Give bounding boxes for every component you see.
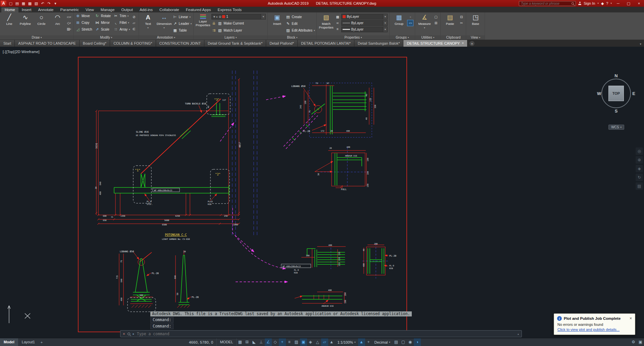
search-icon[interactable] (128, 333, 130, 335)
model-space[interactable]: TURN BUCKLE Ø16"3"11746SLING Ø16DI PROTE… (0, 47, 644, 338)
help-caret-icon[interactable]: ▾ (610, 2, 612, 5)
create-block-button[interactable]: ▤Create (286, 14, 315, 20)
linetype-select[interactable]: ByLayer▼ (341, 20, 388, 26)
base-button[interactable]: ◳Base (468, 13, 483, 26)
plot-details-link[interactable]: Click to view plot and publish details..… (557, 328, 632, 332)
edit-attributes-button[interactable]: ▨Edit Attributes▾ (286, 27, 315, 34)
command-input-bar[interactable]: ✕ ▸ ▴ (120, 330, 522, 337)
chevron-down-icon[interactable]: ▼ (383, 20, 388, 26)
redo-icon[interactable]: ↷ (46, 1, 52, 6)
model-tab[interactable]: Model (0, 338, 18, 346)
paste-button[interactable]: ▤Paste (442, 13, 457, 26)
annotation-scale-button[interactable]: 1:1/100%▾ (335, 340, 358, 344)
line-button[interactable]: ╱Line (2, 13, 17, 26)
stretch-button[interactable]: ◿Stretch (76, 26, 92, 33)
navigation-wheel-icon[interactable]: ◎ (636, 147, 643, 155)
new-layout-button[interactable]: + (39, 340, 45, 344)
save-file-icon[interactable]: ▦ (20, 1, 27, 6)
file-tab[interactable]: DETAIL POTONGAN LANTAI*× (298, 40, 354, 47)
linetype-icon[interactable]: ≂ (335, 20, 340, 26)
lineweight-icon[interactable]: ≡ (335, 26, 340, 32)
rotate-button[interactable]: ↻Rotate (95, 13, 111, 19)
panel-title-utilities[interactable]: Utilities▾ (415, 35, 440, 40)
lineweight-select[interactable]: ByLayer▼ (341, 27, 388, 32)
graphics-performance-icon[interactable]: ◑ (414, 338, 421, 346)
insert-button[interactable]: ▣Insert (269, 13, 285, 26)
measure-button[interactable]: ∡Measure▾ (417, 13, 432, 30)
fillet-button[interactable]: ◟Fillet▾ (113, 19, 130, 26)
orbit-icon[interactable]: ↻ (636, 174, 643, 181)
file-tab[interactable]: Detail Sambungan Balok*× (354, 40, 403, 47)
dynamic-input-icon[interactable]: ▱ (321, 338, 328, 346)
panel-title-view[interactable]: View▾ (466, 35, 485, 40)
panel-title-groups[interactable]: Groups▾ (390, 35, 415, 40)
annotation-visibility-icon[interactable]: ▲ (358, 338, 365, 346)
ribbon-tab[interactable]: Manage (97, 7, 118, 12)
file-tab[interactable]: Board Ceiling*× (80, 40, 110, 47)
layout1-tab[interactable]: Layout1 (18, 338, 39, 346)
autoscale-icon[interactable]: + (365, 338, 372, 346)
ribbon-tab[interactable]: Annotate (35, 7, 57, 12)
file-tab[interactable]: ASPHALT ROAD TO LANDSCAPE× (15, 40, 80, 47)
file-tab[interactable]: CONSTRUCTION JOINT× (156, 40, 204, 47)
quick-properties-icon[interactable]: ▤ (393, 338, 400, 346)
chevron-down-icon[interactable]: ▼ (261, 14, 265, 19)
ribbon-tab[interactable]: Featured Apps (183, 7, 214, 12)
dynamic-ucs-icon[interactable]: △ (314, 338, 321, 346)
trim-button[interactable]: ✂Trim▾ (113, 13, 130, 19)
zoom-extents-icon[interactable]: ◈ (636, 165, 643, 172)
match-layer-button[interactable]: ⇉▧Match Layer (211, 27, 266, 34)
autocad-logo-icon[interactable]: A (1, 1, 6, 6)
panel-title-draw[interactable]: Draw▾ (0, 35, 73, 40)
compass-south[interactable]: S (615, 109, 618, 114)
search-icon[interactable] (572, 2, 574, 5)
quick-select-icon[interactable]: ▢ (433, 14, 439, 20)
collapse-icon[interactable]: ▴ (517, 332, 519, 336)
color-select[interactable]: ByLayer▼ (341, 14, 388, 19)
lineweight-display-icon[interactable]: ≡ (286, 338, 293, 346)
layer-properties-button[interactable]: Layer Properties (195, 13, 210, 27)
plot-icon[interactable]: ▧ (33, 1, 39, 6)
command-window[interactable]: Autodesk DWG. This file is a TrustedDWG … (120, 311, 522, 337)
search-box[interactable] (519, 1, 576, 6)
viewcube[interactable]: N S W E TOP (597, 74, 635, 113)
cut-clip-icon[interactable]: ✂ (458, 20, 464, 26)
ungroup-icon[interactable]: ▫ (407, 14, 413, 20)
minimize-button[interactable]: ─ (614, 1, 622, 5)
polyline-button[interactable]: ∿Polyline (18, 13, 33, 26)
panel-title-properties[interactable]: Properties▾ (317, 35, 389, 40)
save-as-icon[interactable]: ▩ (27, 1, 33, 6)
isometric-drafting-icon[interactable]: ◇ (272, 338, 279, 346)
table-button[interactable]: ▦Table (173, 27, 192, 34)
units-button[interactable]: Decimal▾ (372, 340, 393, 344)
circle-button[interactable]: ○Circle (34, 13, 49, 26)
copy-button[interactable]: ⊞Copy (76, 19, 92, 26)
tab-overflow-icon[interactable]: ▾ (637, 42, 644, 47)
wcs-selector[interactable]: WCS▾ (608, 125, 624, 130)
help-button[interactable]: ? (606, 1, 608, 5)
grid-icon[interactable]: ▦ (237, 338, 244, 346)
file-tab[interactable]: Detail Ground Tank & Septiktank*× (204, 40, 266, 47)
close-icon[interactable]: ✕ (123, 332, 125, 336)
lock-ui-icon[interactable]: ▢ (400, 338, 407, 346)
chevron-down-icon[interactable]: ▼ (383, 14, 388, 19)
visual-style-control[interactable]: [2D Wireframe] (15, 50, 40, 54)
ribbon-tab[interactable]: Home (1, 7, 18, 12)
new-file-icon[interactable]: ▢ (8, 1, 14, 6)
hatch-tool-icon[interactable]: ▨▾ (66, 26, 72, 32)
rectangle-tool-icon[interactable]: ▭▾ (66, 14, 72, 20)
panel-title-annotation[interactable]: Annotation▾ (139, 35, 194, 40)
make-current-button[interactable]: ⇊▥Make Current (211, 20, 266, 27)
compass-west[interactable]: W (597, 91, 601, 96)
ortho-mode-icon[interactable]: ⊥ (258, 338, 265, 346)
scale-button[interactable]: ⇗Scale (95, 26, 111, 33)
group-button[interactable]: ▦Group (391, 13, 406, 26)
panel-title-layers[interactable]: Layers▾ (194, 35, 267, 40)
command-input[interactable] (137, 332, 515, 336)
arc-button[interactable]: ◠Arc (50, 13, 65, 26)
ribbon-tab[interactable]: Collaborate (156, 7, 183, 12)
close-button[interactable]: × (635, 1, 643, 5)
close-icon[interactable]: × (630, 316, 632, 321)
dimension-button[interactable]: ↔Dimension▾ (157, 13, 172, 30)
transparency-icon[interactable]: ▨ (293, 338, 300, 346)
